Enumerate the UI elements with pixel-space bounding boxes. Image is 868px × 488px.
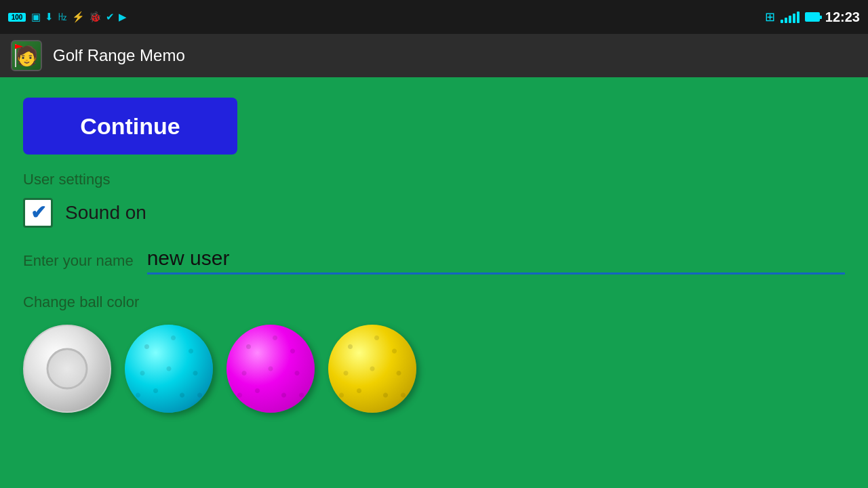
enter-name-label: Enter your name — [23, 252, 134, 270]
ball-cyan[interactable] — [125, 325, 213, 413]
signal-bar-2 — [785, 18, 787, 23]
check-icon: ✔ — [106, 11, 115, 23]
balls-row — [23, 325, 845, 413]
status-time: 12:23 — [825, 9, 860, 25]
signal-bars — [781, 11, 800, 23]
sound-on-row: ✔ Sound on — [23, 198, 845, 228]
usb-icon: ⚡ — [72, 11, 85, 23]
signal-bar-1 — [781, 20, 783, 23]
battery-percent: 100 — [8, 13, 26, 22]
signal-bar-5 — [797, 12, 800, 23]
continue-label: Continue — [80, 113, 180, 140]
name-input-row: Enter your name — [23, 247, 845, 274]
signal-bar-3 — [789, 16, 791, 23]
download-icon: ⬇ — [45, 11, 54, 23]
status-icons: ▣ ⬇ ㎐ ⚡ 🐞 ✔ ▶ — [31, 11, 127, 24]
name-input-wrapper — [147, 247, 845, 274]
ball-magenta[interactable] — [226, 325, 315, 413]
main-content: Continue User settings ✔ Sound on Enter … — [0, 77, 868, 488]
name-input[interactable] — [147, 247, 845, 270]
status-bar: 100 ▣ ⬇ ㎐ ⚡ 🐞 ✔ ▶ ⊞ 12:23 — [0, 0, 868, 34]
user-settings-label: User settings — [23, 171, 845, 188]
play-icon: ▶ — [119, 11, 127, 23]
sound-checkbox[interactable]: ✔ — [23, 198, 53, 228]
checkbox-checkmark: ✔ — [31, 203, 46, 222]
signal-bar-4 — [793, 14, 795, 23]
status-bar-right: ⊞ 12:23 — [765, 9, 860, 25]
continue-button[interactable]: Continue — [23, 98, 237, 155]
change-ball-label: Change ball color — [23, 293, 845, 311]
ball-yellow[interactable] — [328, 325, 416, 413]
lg-icon: ㎐ — [58, 11, 68, 24]
bug-icon: 🐞 — [89, 11, 102, 23]
app-icon: 🧑 — [11, 40, 42, 71]
ball-white[interactable] — [23, 325, 111, 413]
app-bar: 🧑 Golf Range Memo — [0, 34, 868, 77]
signal-icon: ▣ — [31, 11, 41, 23]
status-bar-left: 100 ▣ ⬇ ㎐ ⚡ 🐞 ✔ ▶ — [8, 11, 127, 24]
app-title: Golf Range Memo — [53, 46, 185, 65]
battery-icon — [805, 12, 820, 22]
sound-on-label: Sound on — [65, 202, 146, 224]
grid-icon: ⊞ — [765, 9, 775, 24]
